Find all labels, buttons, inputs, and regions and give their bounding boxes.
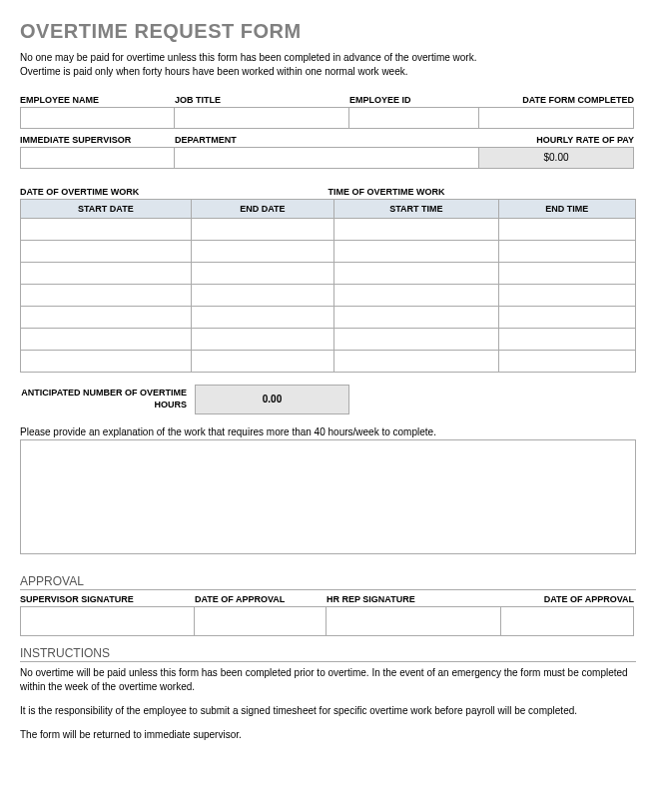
cell-end-date[interactable] (191, 351, 333, 373)
input-explanation[interactable] (20, 439, 636, 554)
label-department: DEPARTMENT (175, 133, 479, 147)
input-job-title[interactable] (175, 107, 349, 129)
label-date-form-completed: DATE FORM COMPLETED (479, 93, 634, 107)
input-date-form-completed[interactable] (479, 107, 634, 129)
label-explanation: Please provide an explanation of the wor… (20, 426, 636, 437)
label-date-of-approval-2: DATE OF APPROVAL (501, 592, 634, 606)
label-time-of-ot: TIME OF OVERTIME WORK (328, 187, 637, 197)
label-hourly-rate: HOURLY RATE OF PAY (479, 133, 634, 147)
cell-end-time[interactable] (498, 219, 635, 241)
label-immediate-supervisor: IMMEDIATE SUPERVISOR (20, 133, 175, 147)
label-employee-name: EMPLOYEE NAME (20, 93, 175, 107)
instructions-heading: INSTRUCTIONS (20, 646, 636, 662)
table-row (21, 307, 636, 329)
cell-end-time[interactable] (498, 329, 635, 351)
input-department[interactable] (175, 147, 479, 169)
cell-end-time[interactable] (498, 263, 635, 285)
cell-start-time[interactable] (334, 241, 499, 263)
input-supervisor-signature[interactable] (20, 606, 195, 636)
table-row (21, 351, 636, 373)
table-row (21, 285, 636, 307)
label-job-title: JOB TITLE (175, 93, 349, 107)
cell-start-time[interactable] (334, 219, 499, 241)
cell-start-date[interactable] (21, 285, 192, 307)
label-employee-id: EMPLOYEE ID (349, 93, 479, 107)
col-start-date: START DATE (21, 200, 192, 219)
input-employee-name[interactable] (20, 107, 175, 129)
cell-start-date[interactable] (21, 307, 192, 329)
cell-end-time[interactable] (498, 241, 635, 263)
input-immediate-supervisor[interactable] (20, 147, 175, 169)
cell-start-time[interactable] (334, 307, 499, 329)
intro-line-2: Overtime is paid only when forty hours h… (20, 65, 636, 79)
instructions-p1: No overtime will be paid unless this for… (20, 666, 636, 694)
label-anticipated-hours: ANTICIPATED NUMBER OF OVERTIME HOURS (20, 388, 195, 410)
label-date-of-approval-1: DATE OF APPROVAL (195, 592, 327, 606)
cell-end-time[interactable] (498, 351, 635, 373)
cell-start-time[interactable] (334, 263, 499, 285)
cell-start-time[interactable] (334, 351, 499, 373)
col-start-time: START TIME (334, 200, 499, 219)
col-end-time: END TIME (498, 200, 635, 219)
cell-start-date[interactable] (21, 219, 192, 241)
intro-text: No one may be paid for overtime unless t… (20, 51, 636, 79)
instructions-p3: The form will be returned to immediate s… (20, 728, 636, 742)
approval-heading: APPROVAL (20, 574, 636, 590)
cell-end-time[interactable] (498, 285, 635, 307)
input-anticipated-hours[interactable]: 0.00 (195, 385, 349, 414)
cell-end-date[interactable] (191, 241, 333, 263)
table-row (21, 263, 636, 285)
cell-start-date[interactable] (21, 241, 192, 263)
table-row (21, 329, 636, 351)
cell-end-date[interactable] (191, 329, 333, 351)
instructions-p2: It is the responsibility of the employee… (20, 704, 636, 718)
overtime-table: START DATE END DATE START TIME END TIME (20, 199, 636, 373)
table-row (21, 241, 636, 263)
input-date-of-approval-1[interactable] (195, 606, 327, 636)
input-employee-id[interactable] (349, 107, 479, 129)
page-title: OVERTIME REQUEST FORM (20, 20, 636, 43)
table-row (21, 219, 636, 241)
cell-start-time[interactable] (334, 285, 499, 307)
label-supervisor-signature: SUPERVISOR SIGNATURE (20, 592, 195, 606)
cell-end-date[interactable] (191, 285, 333, 307)
cell-end-date[interactable] (191, 263, 333, 285)
intro-line-1: No one may be paid for overtime unless t… (20, 51, 636, 65)
cell-end-date[interactable] (191, 307, 333, 329)
cell-start-date[interactable] (21, 351, 192, 373)
cell-start-date[interactable] (21, 329, 192, 351)
label-hr-rep-signature: HR REP SIGNATURE (327, 592, 501, 606)
input-date-of-approval-2[interactable] (501, 606, 634, 636)
col-end-date: END DATE (191, 200, 333, 219)
input-hr-rep-signature[interactable] (327, 606, 501, 636)
label-date-of-ot: DATE OF OVERTIME WORK (20, 187, 328, 197)
cell-start-date[interactable] (21, 263, 192, 285)
cell-start-time[interactable] (334, 329, 499, 351)
cell-end-time[interactable] (498, 307, 635, 329)
cell-end-date[interactable] (191, 219, 333, 241)
input-hourly-rate[interactable]: $0.00 (479, 147, 634, 169)
